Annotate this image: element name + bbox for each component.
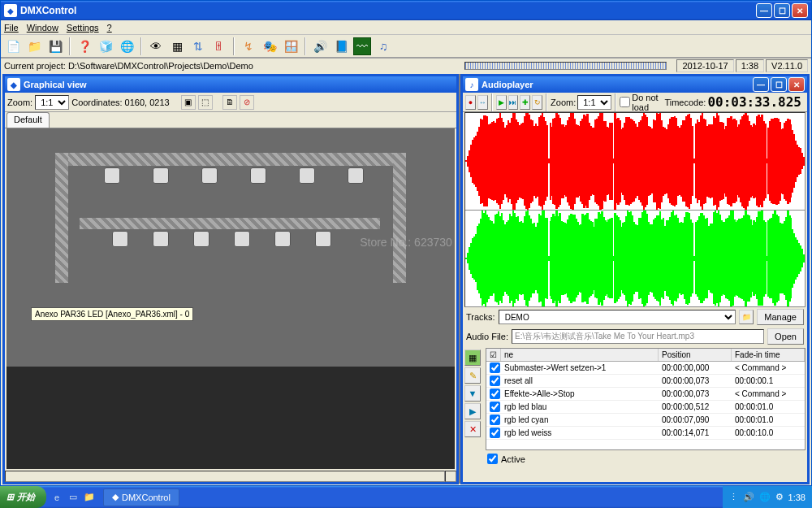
gv-select-tool-icon[interactable]: ▣: [181, 95, 196, 110]
ap-title: Audioplayer: [482, 80, 753, 89]
fixture-tooltip: Anexo PAR36 LED [Anexo_PAR36.xml] - 0: [31, 307, 193, 321]
cue-edit-icon[interactable]: ✎: [464, 367, 481, 384]
gv-scrollbar-h[interactable]: [5, 471, 445, 482]
open-button[interactable]: Open: [767, 328, 804, 345]
ap-refresh-icon[interactable]: ↻: [532, 95, 542, 110]
ap-zoom-select[interactable]: 1:1: [577, 95, 611, 110]
cue-play-icon[interactable]: ▶: [464, 403, 481, 419]
updown-icon[interactable]: ⇅: [189, 37, 207, 55]
system-tray[interactable]: ⋮ 🔊 🌐 ⚙ 1:38: [723, 486, 812, 508]
main-toolbar: 📄 📁 💾 ❓ 🧊 🌐 👁 ▦ ⇅ 🎚 ↯ 🎭 🪟 🔊 📘 〰 ♫: [1, 35, 811, 58]
ap-minimize-button[interactable]: —: [753, 77, 769, 92]
book-icon[interactable]: 📘: [332, 37, 350, 55]
menu-settings[interactable]: Settings: [67, 23, 99, 33]
open-icon[interactable]: 📁: [25, 37, 43, 55]
stage-viewport[interactable]: Anexo PAR36 LED [Anexo_PAR36.xml] - 0: [6, 128, 455, 469]
cue-goto-icon[interactable]: ▼: [464, 385, 481, 402]
cue-row[interactable]: rgb led cyan 00:00:07,090 00:00:01.0: [486, 414, 805, 427]
gv-titlebar: ◆ Graphical view: [5, 76, 456, 93]
cue-row[interactable]: Submaster->Wert setzen->1 00:00:00,000 <…: [486, 362, 805, 375]
col-name[interactable]: ne: [501, 349, 659, 361]
cue-checkbox[interactable]: [490, 428, 500, 438]
ap-sync-icon[interactable]: ↔: [477, 95, 488, 110]
cue-checkbox[interactable]: [490, 376, 500, 386]
close-button[interactable]: ✕: [792, 3, 808, 18]
cue-row[interactable]: rgb led blau 00:00:00,512 00:00:01.0: [486, 401, 805, 414]
audioplayer-window: ♪ Audioplayer — ☐ ✕ ● ↔ ▶ ⏭ ✚ ↻ Zoom: 1:…: [460, 74, 810, 484]
cue-fade: 00:00:10.0: [732, 428, 805, 438]
cue-fade: 00:00:01.0: [732, 402, 805, 412]
minimize-button[interactable]: —: [756, 3, 772, 18]
ap-donotload-label: Do not load: [632, 93, 663, 112]
tool-icon[interactable]: 🧊: [97, 37, 114, 55]
gv-marquee-icon[interactable]: ⬚: [198, 95, 213, 110]
ap-clip-icon[interactable]: ✚: [520, 95, 530, 110]
audiofile-input[interactable]: [512, 329, 764, 344]
window-icon[interactable]: 🪟: [282, 37, 300, 55]
menu-help[interactable]: ?: [107, 23, 112, 33]
cue-row[interactable]: rgb led weiss 00:00:14,071 00:00:10.0: [486, 427, 805, 440]
cue-checkbox[interactable]: [490, 415, 500, 425]
cue-checkbox[interactable]: [490, 389, 500, 399]
eye-icon[interactable]: 👁: [147, 37, 165, 55]
ap-close-button[interactable]: ✕: [788, 77, 805, 92]
ap-zoom-label: Zoom:: [551, 98, 576, 107]
ap-donotload-checkbox[interactable]: [620, 97, 630, 107]
tracks-select[interactable]: DEMO: [499, 310, 736, 324]
gv-zoom-select[interactable]: 1:1: [35, 95, 69, 110]
monitor-icon[interactable]: 〰: [353, 37, 371, 55]
start-button[interactable]: ⊞ 开始: [0, 486, 46, 508]
manage-button[interactable]: Manage: [757, 309, 804, 325]
cue-body[interactable]: Submaster->Wert setzen->1 00:00:00,000 <…: [486, 362, 805, 449]
col-position[interactable]: Position: [659, 349, 732, 361]
flash-icon[interactable]: ↯: [240, 37, 257, 55]
mixer-icon[interactable]: 🎚: [210, 37, 228, 55]
ap-next-icon[interactable]: ⏭: [508, 95, 519, 110]
ap-maximize-button[interactable]: ☐: [771, 77, 787, 92]
tray-icon[interactable]: 🔊: [743, 492, 754, 502]
ap-play-icon[interactable]: ▶: [496, 95, 507, 110]
save-icon[interactable]: 💾: [46, 37, 64, 55]
taskbar-app-button[interactable]: ◆ DMXControl: [103, 488, 179, 506]
cue-row[interactable]: Effekte->Alle->Stop 00:00:00,073 < Comma…: [486, 388, 805, 401]
menu-window[interactable]: Window: [27, 23, 58, 33]
status-version: V2.11.0: [766, 59, 808, 72]
waveform-right-channel: [465, 210, 805, 307]
ql-folder-icon[interactable]: 📁: [82, 490, 97, 505]
ql-ie-icon[interactable]: e: [50, 490, 64, 505]
tray-icon[interactable]: ⋮: [729, 492, 738, 502]
gv-tabstrip: Default: [5, 112, 456, 128]
status-date: 2012-10-17: [676, 59, 733, 72]
ql-desktop-icon[interactable]: ▭: [66, 490, 80, 505]
ap-record-icon[interactable]: ●: [465, 95, 476, 110]
gv-doc-icon[interactable]: 🗎: [222, 95, 237, 110]
col-fadein[interactable]: Fade-in time: [732, 349, 805, 361]
music-icon[interactable]: ♫: [374, 37, 392, 55]
gv-tab-default[interactable]: Default: [6, 112, 50, 128]
globe-icon[interactable]: 🌐: [118, 37, 136, 55]
grid-icon[interactable]: ▦: [168, 37, 186, 55]
gv-zoom-label: Zoom:: [7, 98, 32, 107]
masks-icon[interactable]: 🎭: [261, 37, 279, 55]
progress-slider[interactable]: [464, 62, 667, 70]
speaker-icon[interactable]: 🔊: [311, 37, 329, 55]
cue-position: 00:00:00,512: [659, 402, 732, 412]
tray-icon[interactable]: ⚙: [775, 492, 784, 502]
new-icon[interactable]: 📄: [4, 37, 22, 55]
gv-cancel-icon[interactable]: ⊘: [240, 95, 254, 110]
cue-delete-icon[interactable]: ✕: [464, 421, 481, 437]
cue-checkbox[interactable]: [490, 363, 500, 373]
cue-name: Effekte->Alle->Stop: [501, 389, 659, 399]
cue-row[interactable]: reset all 00:00:00,073 00:00:00.1: [486, 375, 805, 388]
tray-icon[interactable]: 🌐: [759, 492, 771, 502]
menubar: File Window Settings ?: [1, 20, 811, 35]
maximize-button[interactable]: ☐: [774, 3, 790, 18]
waveform-area[interactable]: [464, 112, 806, 307]
cue-position: 00:00:00,073: [659, 376, 732, 386]
help-icon[interactable]: ❓: [76, 37, 93, 55]
active-checkbox[interactable]: [487, 454, 498, 464]
cue-checkbox[interactable]: [490, 402, 500, 412]
menu-file[interactable]: File: [4, 23, 19, 33]
cue-add-icon[interactable]: ▦: [464, 350, 481, 366]
folder-icon[interactable]: 📁: [739, 310, 754, 324]
